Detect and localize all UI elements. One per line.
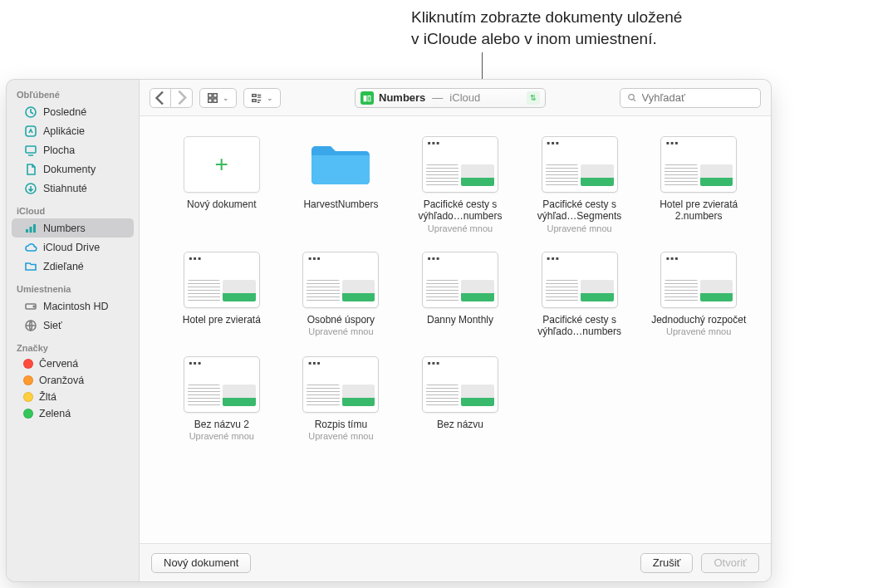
open-dialog-window: ObľúbenéPoslednéAplikáciePlochaDokumenty… xyxy=(7,80,771,581)
file-name: Rozpis tímu xyxy=(315,419,367,430)
chevron-down-icon: ⌄ xyxy=(223,94,229,102)
sidebar-item[interactable]: Oranžová xyxy=(12,372,134,389)
cancel-button[interactable]: Zrušiť xyxy=(640,553,694,573)
new-document-button[interactable]: Nový dokument xyxy=(151,553,251,573)
callout-line2: v iCloude alebo v inom umiestnení. xyxy=(411,28,682,50)
svg-rect-2 xyxy=(26,146,36,153)
tag-dot-icon xyxy=(23,392,33,402)
location-separator: — xyxy=(432,91,443,104)
file-meta: Upravené mnou xyxy=(189,431,254,441)
file-item[interactable]: ■ ■ ■Rozpis tímuUpravené mnou xyxy=(284,356,399,441)
file-thumbnail: ■ ■ ■ xyxy=(302,252,379,308)
file-item[interactable]: ■ ■ ■Hotel pre zvieratá xyxy=(164,252,279,338)
sidebar-item-label: Aplikácie xyxy=(43,125,125,137)
sidebar-item-label: Zdieľané xyxy=(43,261,125,272)
svg-point-8 xyxy=(33,306,35,307)
search-input[interactable] xyxy=(642,91,754,104)
sidebar-item[interactable]: Sieť xyxy=(12,316,134,335)
file-grid: +Nový dokumentHarvestNumbers■ ■ ■Pacific… xyxy=(140,116,771,543)
file-item[interactable]: ■ ■ ■Hotel pre zvieratá 2.numbers xyxy=(641,136,756,233)
file-name: Osobné úspory xyxy=(307,314,375,326)
file-item[interactable]: ■ ■ ■Jednoduchý rozpočetUpravené mnou xyxy=(641,252,756,338)
search-field[interactable] xyxy=(620,88,761,108)
sidebar-item[interactable]: Stiahnuté xyxy=(12,179,134,198)
sidebar-header: Umiestnenia xyxy=(7,281,139,296)
sidebar-item-label: Červená xyxy=(39,358,125,370)
file-thumbnail: ■ ■ ■ xyxy=(660,252,737,308)
sidebar: ObľúbenéPoslednéAplikáciePlochaDokumenty… xyxy=(7,80,140,581)
disk-icon xyxy=(23,299,37,313)
sidebar-item[interactable]: Plocha xyxy=(12,140,134,159)
tag-dot-icon xyxy=(23,375,33,385)
content-pane: ⌄ ⌄ ▮▯ Numbers — iCloud ⇅ +Nový dokument… xyxy=(140,80,771,581)
numbers-icon xyxy=(23,221,37,235)
file-item[interactable]: ■ ■ ■Pacifické cesty s výhľad…SegmentsUp… xyxy=(522,136,637,233)
clock-icon xyxy=(23,105,37,119)
sidebar-item[interactable]: iCloud Drive xyxy=(12,238,134,257)
numbers-app-icon: ▮▯ xyxy=(360,91,374,105)
sidebar-item[interactable]: Zelená xyxy=(12,405,134,422)
sidebar-item[interactable]: Numbers xyxy=(12,218,134,238)
up-down-chevron-icon: ⇅ xyxy=(527,91,540,105)
file-name: Pacifické cesty s výhľado…numbers xyxy=(527,314,633,338)
file-name: Danny Monthly xyxy=(427,314,493,326)
sidebar-item-label: Zelená xyxy=(39,408,125,419)
sidebar-item[interactable]: Aplikácie xyxy=(12,121,134,140)
file-item[interactable]: ■ ■ ■Osobné úsporyUpravené mnou xyxy=(284,252,399,338)
view-mode-button[interactable]: ⌄ xyxy=(199,88,237,108)
file-name: Jednoduchý rozpočet xyxy=(651,314,746,326)
sidebar-item-label: Stiahnuté xyxy=(43,183,125,194)
file-name: Hotel pre zvieratá xyxy=(183,314,261,326)
callout-text: Kliknutím zobrazte dokumenty uložené v i… xyxy=(411,7,682,49)
file-item[interactable]: ■ ■ ■Pacifické cesty s výhľado…numbersUp… xyxy=(403,136,517,233)
sidebar-item[interactable]: Posledné xyxy=(12,102,134,121)
file-meta: Upravené mnou xyxy=(308,326,373,336)
location-popup[interactable]: ▮▯ Numbers — iCloud ⇅ xyxy=(355,88,546,108)
svg-rect-15 xyxy=(253,99,256,101)
file-item[interactable]: ■ ■ ■Pacifické cesty s výhľado…numbers xyxy=(522,252,637,338)
file-name: Nový dokument xyxy=(187,198,256,210)
file-meta: Upravené mnou xyxy=(666,326,731,336)
file-name: Hotel pre zvieratá 2.numbers xyxy=(645,198,752,223)
open-button[interactable]: Otvoriť xyxy=(701,553,759,573)
svg-rect-6 xyxy=(33,224,36,233)
tag-dot-icon xyxy=(23,409,33,419)
sidebar-item[interactable]: Macintosh HD xyxy=(12,296,134,316)
callout-line1: Kliknutím zobrazte dokumenty uložené xyxy=(411,7,682,28)
file-item[interactable]: ■ ■ ■Bez názvu 2Upravené mnou xyxy=(164,356,279,441)
file-name: Bez názvu xyxy=(437,419,483,430)
group-by-button[interactable]: ⌄ xyxy=(243,88,281,108)
svg-rect-12 xyxy=(208,98,212,101)
sidebar-item[interactable]: Dokumenty xyxy=(12,159,134,179)
file-meta: Upravené mnou xyxy=(308,431,373,441)
svg-point-16 xyxy=(629,95,634,100)
sidebar-header: Značky xyxy=(7,340,139,355)
download-icon xyxy=(23,181,37,195)
back-button[interactable] xyxy=(150,88,171,108)
file-thumbnail: ■ ■ ■ xyxy=(422,356,498,413)
shared-icon xyxy=(23,259,37,273)
doc-icon xyxy=(23,162,37,176)
nav-buttons xyxy=(150,88,193,108)
sidebar-item[interactable]: Žltá xyxy=(12,389,134,405)
file-item[interactable]: HarvestNumbers xyxy=(284,136,399,233)
file-thumbnail xyxy=(302,136,379,193)
file-name: HarvestNumbers xyxy=(303,198,378,210)
svg-rect-5 xyxy=(29,227,32,233)
folder-icon xyxy=(307,139,375,190)
file-meta: Upravené mnou xyxy=(547,223,611,233)
tag-dot-icon xyxy=(23,359,33,369)
toolbar: ⌄ ⌄ ▮▯ Numbers — iCloud ⇅ xyxy=(140,80,771,116)
sidebar-header: iCloud xyxy=(7,203,139,218)
location-app-name: Numbers xyxy=(379,91,425,104)
sidebar-item[interactable]: Zdieľané xyxy=(12,257,134,276)
file-item[interactable]: ■ ■ ■Danny Monthly xyxy=(403,252,517,338)
forward-button[interactable] xyxy=(171,88,193,108)
location-sub: iCloud xyxy=(449,91,480,104)
svg-rect-14 xyxy=(253,94,256,96)
file-item[interactable]: +Nový dokument xyxy=(164,136,279,233)
svg-rect-10 xyxy=(208,93,212,96)
svg-rect-1 xyxy=(26,126,36,136)
sidebar-item[interactable]: Červená xyxy=(12,355,134,372)
file-item[interactable]: ■ ■ ■Bez názvu xyxy=(403,356,517,441)
